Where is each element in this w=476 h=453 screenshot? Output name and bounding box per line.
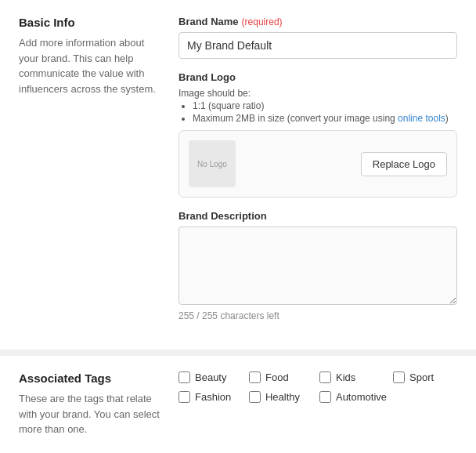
brand-name-label: Brand Name(required) (178, 16, 457, 27)
replace-logo-button[interactable]: Replace Logo (361, 152, 447, 176)
tag-item-fashion: Fashion (178, 391, 243, 403)
brand-logo-label: Brand Logo (178, 71, 457, 83)
logo-upload-area: No Logo Replace Logo (178, 130, 457, 198)
tag-checkbox-fashion[interactable] (178, 391, 190, 403)
tags-left: Associated Tags These are the tags that … (19, 371, 160, 437)
brand-name-group: Brand Name(required) (178, 16, 457, 59)
basic-info-left: Basic Info Add more information about yo… (19, 16, 160, 334)
logo-hint-ratio: 1:1 (square ratio) (193, 100, 457, 111)
logo-hint-intro: Image should be: (178, 88, 457, 99)
char-count: 255 / 255 characters left (178, 310, 457, 321)
online-tools-link[interactable]: online tools (398, 113, 445, 124)
tag-label-kids[interactable]: Kids (336, 371, 355, 383)
tag-label-beauty[interactable]: Beauty (195, 371, 226, 383)
basic-info-section: Basic Info Add more information about yo… (0, 0, 476, 350)
tags-description: These are the tags that relate with your… (19, 391, 160, 437)
tag-item-food: Food (249, 371, 313, 383)
basic-info-title: Basic Info (19, 16, 160, 29)
associated-tags-section: Associated Tags These are the tags that … (0, 356, 476, 453)
tag-label-sport[interactable]: Sport (409, 371, 434, 383)
brand-name-input[interactable] (178, 32, 457, 59)
logo-hint-size: Maximum 2MB in size (convert your image … (193, 113, 457, 124)
brand-description-group: Brand Description 255 / 255 characters l… (178, 210, 457, 321)
tags-title: Associated Tags (19, 371, 160, 385)
tag-checkbox-automotive[interactable] (319, 391, 331, 403)
required-badge: (required) (242, 16, 283, 27)
tag-label-food[interactable]: Food (265, 371, 289, 383)
brand-description-label: Brand Description (178, 210, 457, 222)
tag-item-kids: Kids (319, 371, 387, 383)
tag-item-sport: Sport (393, 371, 457, 383)
brand-description-input[interactable] (178, 226, 457, 305)
tag-checkbox-healthy[interactable] (249, 391, 261, 403)
tag-item-healthy: Healthy (249, 391, 313, 403)
tags-right: BeautyFoodKidsSportFashionHealthyAutomot… (178, 371, 457, 437)
basic-info-right: Brand Name(required) Brand Logo Image sh… (178, 16, 457, 334)
tag-label-automotive[interactable]: Automotive (336, 391, 387, 403)
logo-hint-list: 1:1 (square ratio) Maximum 2MB in size (… (178, 100, 457, 124)
tag-item-automotive: Automotive (319, 391, 387, 403)
tag-label-healthy[interactable]: Healthy (265, 391, 300, 403)
tags-grid: BeautyFoodKidsSportFashionHealthyAutomot… (178, 371, 457, 403)
tag-label-fashion[interactable]: Fashion (195, 391, 231, 403)
logo-hints: Image should be: 1:1 (square ratio) Maxi… (178, 88, 457, 124)
brand-logo-group: Brand Logo Image should be: 1:1 (square … (178, 71, 457, 198)
tag-item-beauty: Beauty (178, 371, 243, 383)
tag-checkbox-kids[interactable] (319, 371, 331, 383)
logo-placeholder: No Logo (189, 140, 236, 187)
basic-info-description: Add more information about your brand. T… (19, 35, 160, 96)
tag-checkbox-beauty[interactable] (178, 371, 190, 383)
tag-checkbox-food[interactable] (249, 371, 261, 383)
tag-checkbox-sport[interactable] (393, 371, 405, 383)
